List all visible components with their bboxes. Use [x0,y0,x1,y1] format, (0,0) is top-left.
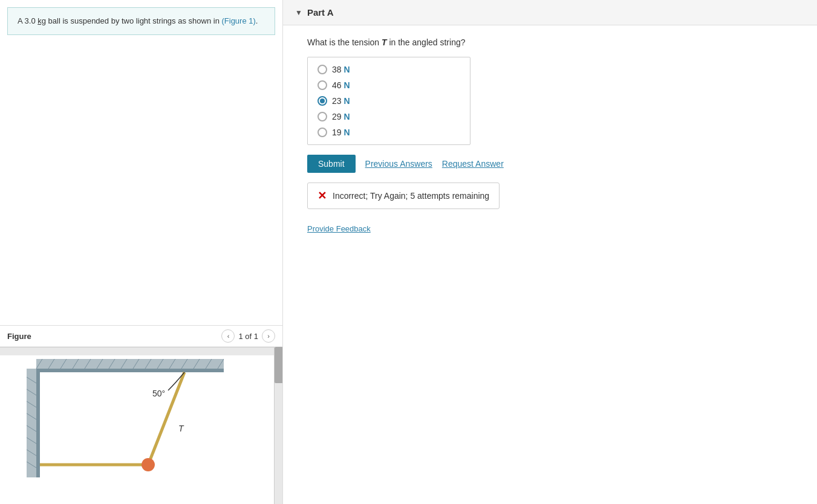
part-header: ▼ Part A [283,0,817,25]
tension-label: T [178,424,184,433]
problem-statement: A 3.0 kg ball is suspended by two light … [7,7,275,35]
figure-title: Figure [7,332,31,341]
option-label-2: 46 N [332,80,350,90]
unit-3: N [343,96,350,106]
figure-next-button[interactable]: › [262,329,275,343]
provide-feedback-button[interactable]: Provide Feedback [307,224,371,233]
option-label-5: 19 N [332,128,350,137]
collapse-icon[interactable]: ▼ [295,8,302,17]
angle-label: 50° [152,389,165,398]
options-box: 38 N 46 N 23 N 29 N 19 N [307,57,470,145]
svg-rect-3 [36,369,40,477]
feedback-text: Incorrect; Try Again; 5 attempts remaini… [333,191,489,201]
figure-nav: ‹ 1 of 1 › [221,329,275,343]
unit-4: N [343,112,350,121]
option-label-1: 38 N [332,65,350,74]
request-answer-button[interactable]: Request Answer [442,159,504,169]
figure-scrollbar[interactable] [274,347,282,504]
option-row-1[interactable]: 38 N [317,65,460,74]
option-label-4: 29 N [332,112,350,121]
question-var: T [382,37,387,47]
figure-header: Figure ‹ 1 of 1 › [0,326,282,347]
action-row: Submit Previous Answers Request Answer [307,155,793,173]
option-row-5[interactable]: 19 N [317,128,460,137]
figure-link[interactable]: (Figure 1) [221,16,255,25]
question-area: What is the tension T in the angled stri… [283,25,817,245]
previous-answers-button[interactable]: Previous Answers [365,159,432,169]
figure-svg: 50° T [0,347,230,496]
feedback-box: ✕ Incorrect; Try Again; 5 attempts remai… [307,183,500,209]
unit-2: N [343,80,350,90]
figure-prev-button[interactable]: ‹ [221,329,235,343]
svg-rect-2 [27,369,36,477]
right-panel: ▼ Part A What is the tension T in the an… [283,0,817,504]
problem-text: A 3.0 kg ball is suspended by two light … [18,16,221,25]
svg-rect-1 [36,369,224,372]
unit-5: N [343,128,350,137]
option-radio-5[interactable] [317,128,327,137]
option-radio-3[interactable] [317,96,327,106]
question-text: What is the tension T in the angled stri… [307,37,793,47]
part-title: Part A [307,7,334,18]
option-radio-4[interactable] [317,112,327,121]
option-radio-1[interactable] [317,65,327,74]
left-panel: A 3.0 kg ball is suspended by two light … [0,0,283,504]
question-post: in the angled string? [387,37,466,47]
feedback-x-icon: ✕ [317,189,327,202]
figure-section: Figure ‹ 1 of 1 › [0,325,282,504]
option-label-3: 23 N [332,96,350,106]
angled-string [148,372,184,465]
figure-page: 1 of 1 [238,332,258,341]
figure-scrollbar-thumb[interactable] [275,347,282,383]
figure-canvas: 50° T [0,347,282,504]
ball [142,458,155,471]
option-row-3[interactable]: 23 N [317,96,460,106]
option-row-2[interactable]: 46 N [317,80,460,90]
submit-button[interactable]: Submit [307,155,356,173]
svg-rect-0 [36,359,224,369]
option-row-4[interactable]: 29 N [317,112,460,121]
question-pre: What is the tension [307,37,382,47]
option-radio-2[interactable] [317,80,327,90]
unit-1: N [343,65,350,74]
figure-svg-container: 50° T [0,347,274,496]
